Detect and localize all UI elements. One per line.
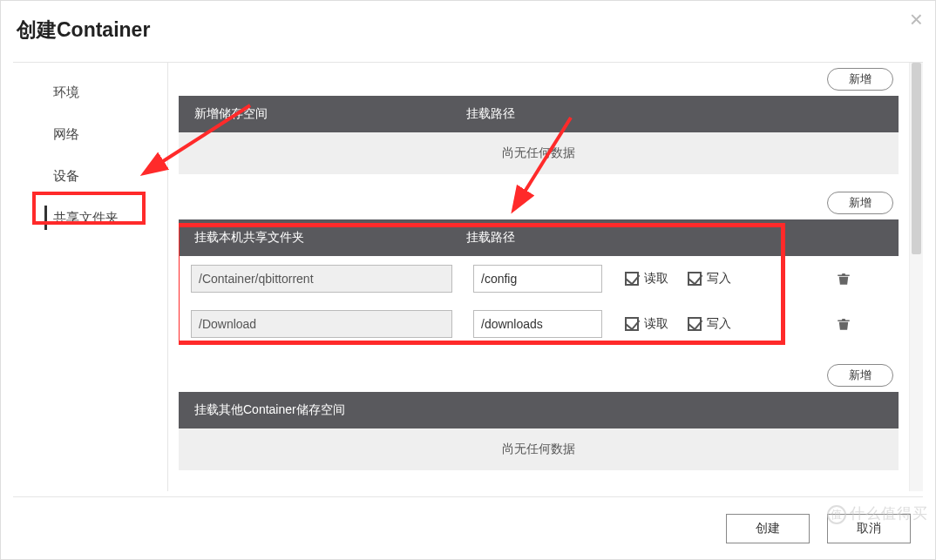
cancel-button[interactable]: 取消: [827, 514, 911, 543]
section2-col-mount: 挂载路径: [466, 230, 641, 246]
close-icon[interactable]: ×: [910, 6, 923, 33]
sidebar-item-label: 共享文件夹: [53, 210, 119, 226]
mount-path-input[interactable]: /downloads: [473, 310, 602, 338]
section1-header: 新增储存空间 挂载路径: [179, 96, 899, 132]
content-panel: 新增 新增储存空间 挂载路径 尚无任何数据 新增 挂载本机共享文件夹 挂载路径 …: [179, 63, 899, 491]
write-checkbox[interactable]: 写入: [688, 316, 731, 332]
shared-folder-row: /Container/qbittorrent/config读取写入: [179, 256, 899, 301]
modal-title: 创建Container: [17, 17, 150, 44]
trash-icon[interactable]: [836, 271, 851, 287]
host-path-input[interactable]: /Download: [191, 310, 452, 338]
sidebar-item-device[interactable]: 设备: [13, 155, 167, 197]
section1-col-storage: 新增储存空间: [179, 106, 466, 122]
scrollbar-thumb[interactable]: [912, 63, 921, 254]
shared-folder-row: /Download/downloads读取写入: [179, 301, 899, 347]
section1-empty: 尚无任何数据: [179, 132, 899, 174]
read-checkbox[interactable]: 读取: [625, 271, 668, 287]
sidebar-item-env[interactable]: 环境: [13, 71, 167, 113]
sidebar-item-label: 环境: [53, 84, 79, 101]
write-checkbox[interactable]: 写入: [688, 271, 731, 287]
sidebar-item-shared-folder[interactable]: 共享文件夹: [13, 197, 167, 239]
mount-path-input[interactable]: /config: [473, 265, 602, 293]
add-button[interactable]: 新增: [827, 364, 893, 387]
checkbox-label: 读取: [644, 271, 668, 287]
modal-footer: 创建 取消: [13, 496, 923, 559]
add-button[interactable]: 新增: [827, 192, 893, 214]
trash-icon[interactable]: [836, 316, 851, 332]
checkbox-icon: [688, 317, 702, 331]
section1-col-mount: 挂载路径: [466, 106, 641, 122]
sidebar-item-label: 网络: [53, 126, 79, 143]
checkbox-label: 写入: [707, 271, 731, 287]
host-path-input[interactable]: /Container/qbittorrent: [191, 265, 452, 293]
create-button[interactable]: 创建: [726, 514, 810, 543]
section3-header: 挂载其他Container储存空间: [179, 392, 899, 428]
section3-empty: 尚无任何数据: [179, 428, 899, 470]
read-checkbox[interactable]: 读取: [625, 316, 668, 332]
checkbox-icon: [688, 272, 702, 286]
checkbox-icon: [625, 272, 639, 286]
section3-col: 挂载其他Container储存空间: [179, 402, 345, 418]
settings-sidebar: 环境 网络 设备 共享文件夹: [13, 63, 168, 491]
section2-col-host: 挂载本机共享文件夹: [179, 230, 466, 246]
sidebar-item-network[interactable]: 网络: [13, 113, 167, 155]
section2-header: 挂载本机共享文件夹 挂载路径: [179, 219, 899, 256]
scrollbar[interactable]: [909, 63, 923, 491]
sidebar-item-label: 设备: [53, 168, 79, 185]
checkbox-label: 读取: [644, 316, 668, 332]
checkbox-icon: [625, 317, 639, 331]
checkbox-label: 写入: [707, 316, 731, 332]
add-button[interactable]: 新增: [827, 68, 893, 91]
